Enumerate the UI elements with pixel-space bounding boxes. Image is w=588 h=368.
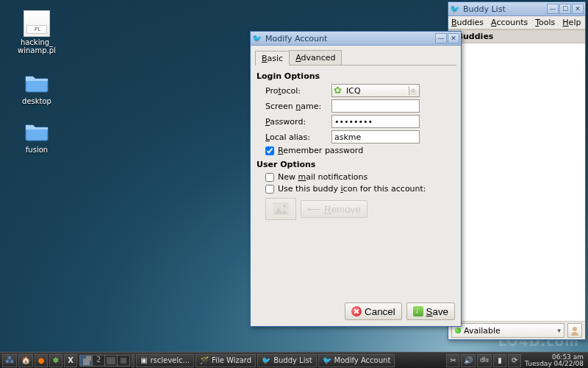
minimize-button[interactable]: — [547,4,559,14]
taskbar: ⁂ 🏠 ● ✽ X 2 ▣ rsclevelc... 🪄 File Wizard… [0,352,588,368]
desktop-icon-folder[interactable]: fusion [15,118,59,154]
window-title: Modify Account [265,34,434,43]
pidgin-icon: 🐦 [262,356,270,364]
row-mailnotif: New mail notifications [265,172,456,182]
pager-2[interactable]: 2 [92,355,105,367]
password-input[interactable] [331,115,420,128]
desktop-pager: 2 [79,355,129,367]
window-body: Basic Advanced Login Options Protocol: I… [251,46,461,229]
desktop-icon-file[interactable]: hacking_ winamp.pl [15,10,59,54]
menu-tools[interactable]: Tools [535,18,555,27]
status-row: Available [448,322,585,339]
buddyicon-checkbox[interactable] [265,185,274,194]
task-label: Buddy List [273,356,312,364]
buddy-icon-chooser[interactable] [265,198,296,220]
tray-updates[interactable]: ⟳ [508,354,521,367]
pidgin-icon: 🐦 [323,356,331,364]
firefox-icon: ● [38,356,45,364]
status-selector[interactable]: Available [451,323,564,338]
clock[interactable]: 06:53 am Tuesday 04/22/08 [522,354,587,367]
cancel-icon [351,306,362,316]
tab-basic[interactable]: Basic [255,51,290,66]
icq-icon [334,86,343,95]
save-button[interactable]: Save [406,302,455,320]
remove-icon-button[interactable]: ⟵ Remove [301,200,368,218]
section-login-options: Login Options [257,71,456,81]
row-remember: Remember password [265,146,456,155]
protocol-value: ICQ [346,86,361,96]
wizard-icon: 🪄 [200,356,209,364]
separator [132,354,135,367]
label-screenname: Screen name: [265,102,331,111]
menu-buddies[interactable]: Buddies [451,18,484,27]
tab-advanced[interactable]: Advanced [289,50,342,65]
icon-label: fusion [15,146,59,154]
kde-icon: ⁂ [5,355,14,366]
menu-help[interactable]: Help [562,18,581,27]
tray-volume[interactable]: 🔊 [461,354,476,367]
tray-klipper[interactable]: ✂ [446,354,459,367]
klipper-icon: ✂ [450,356,456,364]
menu-accounts[interactable]: Accounts [491,18,528,27]
label-mailnotif: New mail notifications [278,172,368,182]
pager-4[interactable] [117,355,130,367]
task-wizard[interactable]: 🪄 File Wizard [196,354,256,367]
screenname-input[interactable] [331,99,420,113]
task-konsole[interactable]: ▣ rsclevelc... [136,354,194,367]
remove-label: Remove [324,204,361,215]
home-button[interactable]: 🏠 [18,354,33,367]
tray-network[interactable]: dlıı [477,354,492,367]
close-button[interactable]: ✕ [572,4,584,14]
remember-checkbox[interactable] [265,146,274,155]
modify-account-window: 🐦 Modify Account — ✕ Basic Advanced Logi… [250,31,462,327]
titlebar[interactable]: 🐦 Buddy List — ☐ ✕ [448,2,585,16]
task-label: rsclevelc... [150,356,190,364]
buddy-group-header[interactable]: Buddies [448,29,585,43]
titlebar[interactable]: 🐦 Modify Account — ✕ [251,32,461,46]
task-label: Modify Account [334,356,391,364]
window-title: Buddy List [463,4,546,14]
row-protocol: Protocol: ICQ [265,84,456,97]
cancel-button[interactable]: Cancel [345,302,402,320]
folder-icon [24,118,50,144]
label-password: Password: [265,117,331,127]
row-alias: Local alias: [265,130,456,144]
avatar-button[interactable] [567,323,582,338]
pager-1[interactable] [79,355,93,367]
tab-bar: Basic Advanced [255,50,456,66]
desktop-icon-folder[interactable]: desktop [15,69,59,105]
perl-file-icon [24,10,50,37]
pager-3[interactable] [104,355,118,367]
label-alias: Local alias: [265,132,331,142]
minimize-button[interactable]: — [435,33,447,43]
task-buddylist[interactable]: 🐦 Buddy List [257,354,316,367]
tray-battery[interactable]: ▮ [493,354,506,367]
icon-label: desktop [15,97,59,105]
pidgin-icon: 🐦 [252,33,262,43]
dialog-buttons: Cancel Save [345,302,455,320]
maximize-button[interactable]: ☐ [559,4,571,14]
protocol-combo[interactable]: ICQ [331,84,420,97]
kmenu-button[interactable]: ⁂ [2,354,17,367]
task-label: File Wizard [212,356,251,364]
konsole-icon: ▣ [140,356,147,364]
label-remember: Remember password [278,146,363,155]
section-user-options: User Options [257,160,456,169]
volume-icon: 🔊 [464,356,473,364]
task-modifyaccount[interactable]: 🐦 Modify Account [318,354,395,367]
battery-icon: ▮ [498,356,502,364]
network-icon: dlıı [480,357,489,364]
firefox-button[interactable]: ● [35,354,48,367]
clock-date: Tuesday 04/22/08 [525,361,584,367]
home-icon: 🏠 [21,356,30,364]
status-label: Available [464,326,501,336]
row-screenname: Screen name: [265,99,456,113]
xterm-icon: X [68,356,74,364]
xterm-button[interactable]: X [64,354,77,367]
mailnotif-checkbox[interactable] [265,173,274,182]
app-button[interactable]: ✽ [49,354,62,367]
alias-input[interactable] [331,130,420,144]
buddy-list-window: 🐦 Buddy List — ☐ ✕ Buddies Accounts Tool… [448,1,586,340]
buddy-icon-area: ⟵ Remove [265,198,456,220]
close-button[interactable]: ✕ [448,33,459,43]
